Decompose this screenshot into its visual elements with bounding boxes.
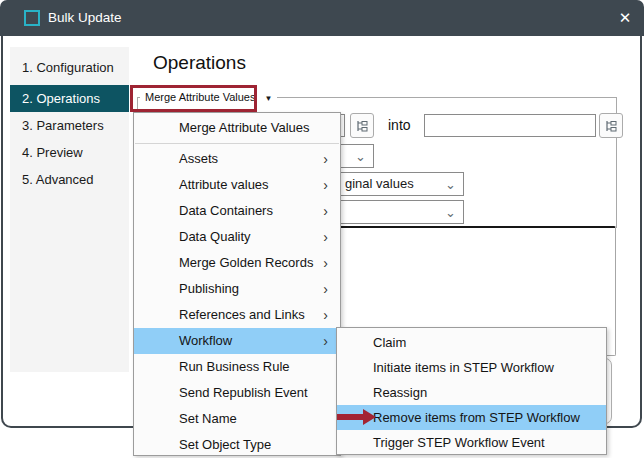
sidebar-item-parameters[interactable]: 3. Parameters [10, 112, 129, 139]
submenu-item-trigger-event[interactable]: Trigger STEP Workflow Event [337, 430, 606, 455]
hierarchy-picker-button-source[interactable] [350, 113, 374, 138]
submenu-arrow-icon: › [323, 198, 328, 224]
hierarchy-icon [355, 119, 369, 133]
submenu-item-reassign[interactable]: Reassign [337, 380, 606, 405]
into-label: into [388, 114, 411, 137]
chevron-down-icon: ⌄ [445, 174, 456, 196]
submenu-arrow-icon: › [323, 328, 328, 354]
menu-item-run-business-rule[interactable]: Run Business Rule [134, 354, 340, 380]
submenu-arrow-icon: › [323, 302, 328, 328]
submenu-arrow-icon: › [323, 250, 328, 276]
submenu-arrow-icon: › [323, 172, 328, 198]
workflow-submenu: Claim Initiate items in STEP Workflow Re… [336, 327, 607, 455]
submenu-item-claim[interactable]: Claim [337, 330, 606, 355]
submenu-item-remove-items[interactable]: Remove items from STEP Workflow [337, 405, 606, 430]
app-icon [24, 10, 40, 26]
wizard-steps-sidebar: 1. Configuration 2. Operations 3. Parame… [10, 47, 129, 372]
close-icon[interactable]: ✕ [606, 0, 644, 36]
menu-item-send-republish-event[interactable]: Send Republish Event [134, 380, 340, 406]
menu-item-set-object-type[interactable]: Set Object Type [134, 432, 340, 458]
menu-item-workflow[interactable]: Workflow› [134, 328, 340, 354]
hierarchy-icon [604, 119, 618, 133]
chevron-down-icon: ▼ [264, 94, 272, 103]
menu-item-merge-golden-records[interactable]: Merge Golden Records› [134, 250, 340, 276]
target-attribute-input[interactable] [424, 114, 596, 137]
chevron-down-icon: ⌄ [445, 202, 456, 224]
bulk-update-window: Bulk Update ✕ 1. Configuration 2. Operat… [0, 0, 644, 458]
sidebar-item-configuration[interactable]: 1. Configuration [10, 54, 129, 81]
operations-menu: Merge Attribute Values Assets› Attribute… [133, 112, 341, 456]
hierarchy-picker-button-target[interactable] [599, 113, 623, 138]
menu-item-merge-attribute-values[interactable]: Merge Attribute Values [134, 115, 340, 141]
menu-item-data-containers[interactable]: Data Containers› [134, 198, 340, 224]
chevron-down-icon: ⌄ [355, 146, 366, 168]
sidebar-item-advanced[interactable]: 5. Advanced [10, 166, 129, 193]
merge-mode-value: ginal values [345, 176, 414, 191]
page-title: Operations [153, 52, 246, 74]
menu-item-data-quality[interactable]: Data Quality› [134, 224, 340, 250]
window-title: Bulk Update [48, 0, 122, 36]
menu-separator [135, 143, 339, 144]
sidebar-item-operations[interactable]: 2. Operations [10, 85, 129, 112]
submenu-arrow-icon: › [323, 276, 328, 302]
submenu-arrow-icon: › [323, 224, 328, 250]
annotation-box [130, 85, 257, 112]
menu-item-attribute-values[interactable]: Attribute values› [134, 172, 340, 198]
annotation-arrow [337, 409, 377, 425]
sidebar-item-preview[interactable]: 4. Preview [10, 139, 129, 166]
submenu-arrow-icon: › [323, 146, 328, 172]
titlebar: Bulk Update ✕ [0, 0, 644, 36]
submenu-item-initiate-items[interactable]: Initiate items in STEP Workflow [337, 355, 606, 380]
menu-item-assets[interactable]: Assets› [134, 146, 340, 172]
menu-item-set-name[interactable]: Set Name [134, 406, 340, 432]
menu-item-references-and-links[interactable]: References and Links› [134, 302, 340, 328]
menu-item-publishing[interactable]: Publishing› [134, 276, 340, 302]
